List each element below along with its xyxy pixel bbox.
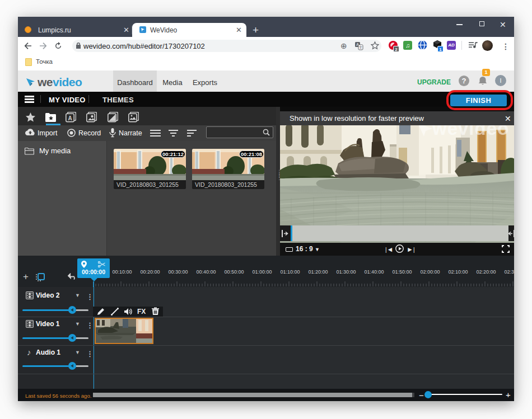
svg-text:A: A	[68, 115, 72, 121]
svg-text:文: 文	[359, 45, 363, 49]
svg-text:wevideo: wevideo	[432, 125, 509, 139]
